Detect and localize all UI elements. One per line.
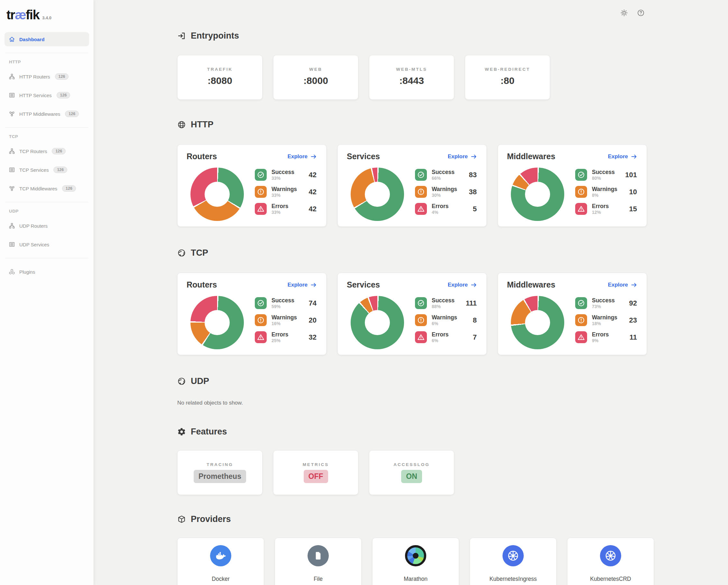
- entrypoint-card-web-mtls: WEB-MTLS :8443: [369, 55, 454, 100]
- middlewares-icon: [9, 185, 15, 192]
- explore-link[interactable]: Explore: [608, 282, 638, 289]
- tcp-cards: Routers Explore Success59% 74 Warnings1: [177, 273, 728, 355]
- sidebar-item-tcp-routers[interactable]: TCP Routers 126: [4, 144, 89, 158]
- sidebar-item-tcp-services[interactable]: TCP Services 126: [4, 163, 89, 177]
- world-icon: [177, 248, 186, 257]
- main-content: Entrypoints TRAEFIK :8080 WEB :8000 WEB-…: [94, 0, 728, 585]
- http-heading: HTTP: [177, 119, 728, 130]
- explore-link[interactable]: Explore: [448, 153, 477, 160]
- feature-value-badge: Prometheus: [194, 470, 246, 483]
- sidebar-item-dashboard[interactable]: Dashboard: [4, 32, 89, 46]
- sidebar-item-http-routers[interactable]: HTTP Routers 126: [4, 70, 89, 84]
- entrypoint-label: WEB-MTLS: [396, 67, 427, 72]
- entrypoint-label: WEB: [309, 67, 322, 72]
- divider: [5, 202, 88, 202]
- home-icon: [9, 36, 15, 43]
- success-icon: [575, 169, 587, 181]
- success-icon: [415, 297, 427, 309]
- card-title: Middlewares: [507, 152, 555, 161]
- provider-name: KubernetesCRD: [590, 576, 631, 582]
- feature-value-badge: ON: [401, 470, 422, 483]
- warning-icon: [255, 186, 267, 198]
- provider-card-kubernetescrd: KubernetesCRD: [567, 538, 654, 585]
- entrypoint-label: TRAEFIK: [207, 67, 233, 72]
- legend-row-success: Success73% 92: [575, 297, 637, 309]
- feature-label: ACCESSLOG: [393, 462, 430, 467]
- sidebar-item-label: TCP Routers: [19, 149, 47, 154]
- warning-icon: [575, 314, 587, 326]
- legend-row-warnings: Warnings6% 8: [415, 314, 477, 326]
- tcp-section: TCP Routers Explore Success59% 74: [177, 248, 728, 355]
- provider-card-docker: Docker: [177, 538, 264, 585]
- sidebar-section-http: HTTP: [9, 59, 94, 64]
- features-cards: TRACING Prometheus METRICS OFF ACCESSLOG…: [177, 450, 728, 495]
- section-title: TCP: [191, 248, 208, 258]
- provider-card-file: File: [275, 538, 362, 585]
- donut-chart: [511, 296, 564, 349]
- http-middlewares-card: Middlewares Explore Success80% 101 Warn: [498, 144, 647, 227]
- warning-icon: [415, 314, 427, 326]
- donut-chart: [190, 167, 244, 221]
- arrow-right-icon: [470, 282, 477, 289]
- entrypoint-card-traefik: TRAEFIK :8080: [177, 55, 262, 100]
- error-icon: [575, 331, 587, 343]
- explore-link[interactable]: Explore: [448, 282, 477, 289]
- stat-count: 15: [629, 205, 637, 213]
- section-title: UDP: [191, 376, 209, 386]
- legend: Success73% 92 Warnings18% 23 Errors9% 11: [575, 297, 637, 349]
- plugins-icon: [9, 269, 15, 275]
- error-icon: [575, 203, 587, 215]
- donut-chart: [350, 296, 404, 349]
- sidebar-item-http-middlewares[interactable]: HTTP Middlewares 126: [4, 107, 89, 121]
- stat-count: 5: [473, 205, 477, 213]
- services-icon: [9, 92, 15, 99]
- sidebar-item-udp-routers[interactable]: UDP Routers: [4, 219, 89, 233]
- sidebar-item-label: TCP Services: [19, 167, 49, 173]
- udp-section: UDP No related objects to show.: [177, 376, 728, 406]
- feature-label: TRACING: [207, 462, 233, 467]
- features-heading: Features: [177, 427, 728, 437]
- http-services-card: Services Explore Success66% 83 Warnings: [337, 144, 487, 227]
- sidebar-item-tcp-middlewares[interactable]: TCP Middlewares 126: [4, 181, 89, 195]
- explore-link[interactable]: Explore: [288, 153, 317, 160]
- legend-row-errors: Errors33% 42: [255, 203, 316, 215]
- udp-heading: UDP: [177, 376, 728, 386]
- routers-icon: [9, 222, 15, 229]
- middlewares-icon: [9, 111, 15, 117]
- card-title: Middlewares: [507, 280, 555, 289]
- sidebar-item-label: Plugins: [19, 269, 35, 275]
- sidebar-item-plugins[interactable]: Plugins: [4, 265, 89, 279]
- stat-count: 7: [473, 333, 477, 342]
- package-icon: [177, 515, 186, 524]
- card-title: Services: [347, 152, 380, 161]
- legend-row-errors: Errors25% 32: [255, 331, 316, 343]
- legend-row-warnings: Warnings8% 10: [575, 186, 637, 198]
- providers-heading: Providers: [177, 514, 728, 524]
- globe-icon: [177, 120, 186, 129]
- theme-toggle-sun-icon[interactable]: [620, 9, 628, 17]
- count-badge: 126: [62, 185, 76, 192]
- arrow-right-icon: [470, 153, 477, 160]
- entrypoint-card-web: WEB :8000: [273, 55, 358, 100]
- feature-card-accesslog: ACCESSLOG ON: [369, 450, 454, 495]
- card-title: Services: [347, 280, 380, 289]
- explore-link[interactable]: Explore: [608, 153, 638, 160]
- legend-row-success: Success88% 111: [415, 297, 477, 309]
- explore-link[interactable]: Explore: [288, 282, 317, 289]
- entrypoint-port: :80: [500, 75, 514, 86]
- sidebar-item-label: Dashboard: [19, 37, 44, 42]
- legend-row-success: Success80% 101: [575, 169, 637, 181]
- sidebar-item-udp-services[interactable]: UDP Services: [4, 237, 89, 251]
- entrypoints-section: Entrypoints TRAEFIK :8080 WEB :8000 WEB-…: [177, 0, 728, 100]
- http-routers-card: Routers Explore Success33% 42 Warnings3: [177, 144, 327, 227]
- warning-icon: [415, 186, 427, 198]
- sidebar-item-http-services[interactable]: HTTP Services 126: [4, 88, 89, 102]
- stat-count: 8: [473, 316, 477, 324]
- divider: [5, 258, 88, 258]
- entrypoints-cards: TRAEFIK :8080 WEB :8000 WEB-MTLS :8443 W…: [177, 55, 728, 100]
- entrypoint-port: :8000: [303, 75, 328, 86]
- legend: Success33% 42 Warnings33% 42 Errors33% 4…: [255, 169, 316, 221]
- count-badge: 126: [52, 148, 66, 154]
- stat-count: 38: [469, 188, 477, 196]
- help-icon[interactable]: [637, 9, 645, 17]
